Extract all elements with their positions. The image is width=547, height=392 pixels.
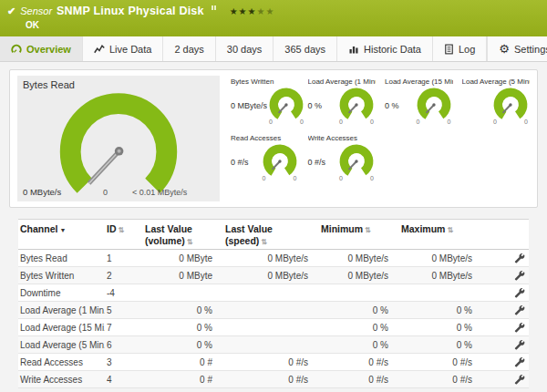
small-gauge-dial: 0 0: [337, 87, 376, 125]
cell-maximum: 0 %: [399, 305, 483, 315]
small-gauges-grid: Bytes Written 0 MByte/s 0 0 Load Average…: [231, 76, 530, 201]
channel-settings-icon[interactable]: [514, 322, 525, 333]
sort-icon: ⇅: [365, 226, 371, 234]
cell-maximum: 0 #/s: [399, 357, 483, 367]
small-gauge-dial: 0 0: [261, 143, 299, 181]
column-header-last-value-volume[interactable]: Last Value (volume)⇅: [143, 223, 223, 247]
cell-minimum: 0 #/s: [319, 375, 399, 385]
document-icon: [444, 44, 454, 55]
small-gauge-min: 0: [269, 119, 273, 125]
column-header-last-value-speed[interactable]: Last Value (speed)⇅: [223, 223, 319, 247]
tab-log[interactable]: Log: [433, 36, 487, 61]
channel-name: Load Average (1 Min...: [18, 305, 105, 315]
bar-chart-icon: [348, 44, 359, 55]
gear-icon: ⚙: [499, 43, 510, 55]
channel-name: Write Accesses: [18, 375, 105, 385]
small-gauge-title: Write Accesses: [308, 134, 377, 142]
priority-stars[interactable]: ★★★★★: [230, 6, 275, 16]
channel-name: Downtime: [18, 288, 105, 298]
sensor-header: ✔ Sensor SNMP Linux Physical Disk ★★★★★ …: [0, 0, 547, 36]
stars-filled: ★★★: [230, 6, 257, 16]
small-gauge-title: Load Average (15 Minutes): [385, 77, 453, 86]
main-gauge-dial: [53, 90, 184, 198]
small-gauge-min: 0: [263, 175, 266, 181]
main-gauge-value: 0 MByte/s: [23, 187, 61, 197]
channel-settings-icon[interactable]: [514, 304, 525, 315]
cell-minimum: 0 MByte/s: [319, 271, 399, 281]
channel-table-header: Channel▼ ID⇅ Last Value (volume)⇅ Last V…: [18, 219, 529, 250]
table-row: Load Average (1 Min... 5 0 % 0 % 0 %: [18, 302, 529, 319]
cell-maximum: 0 %: [399, 323, 483, 333]
main-gauge-bytes-read[interactable]: Bytes Read 0 MByte/s 0 < 0.01 MByte/s: [17, 76, 220, 201]
gauges-panel: Bytes Read 0 MByte/s 0 < 0.01 MByte/s By…: [9, 69, 538, 208]
tab-30-days[interactable]: 30 days: [216, 36, 274, 61]
tab-historic-data[interactable]: Historic Data: [337, 36, 433, 61]
channel-id: 4: [105, 375, 143, 385]
cell-last-volume: 0 %: [143, 323, 223, 333]
tab-label: Live Data: [109, 44, 151, 55]
channel-table: Channel▼ ID⇅ Last Value (volume)⇅ Last V…: [18, 219, 529, 388]
cell-minimum: 0 %: [319, 340, 399, 350]
small-gauge-bytes-written[interactable]: Bytes Written 0 MByte/s 0 0: [231, 77, 299, 125]
sensor-state-icon[interactable]: [212, 5, 216, 10]
tab-label: Overview: [26, 44, 71, 55]
channel-settings-icon[interactable]: [514, 253, 525, 263]
small-gauge-title: Load Average (5 Minutes): [462, 77, 531, 86]
small-gauge-value: 0 #/s: [231, 158, 249, 167]
channel-settings-icon[interactable]: [514, 287, 525, 298]
small-gauge-value: 0 %: [385, 101, 399, 110]
table-row: Write Accesses 4 0 # 0 #/s 0 #/s 0 #/s: [18, 371, 529, 388]
table-row: Bytes Read 1 0 MByte 0 MByte/s 0 MByte/s…: [18, 250, 529, 267]
channel-settings-icon[interactable]: [514, 374, 525, 385]
sort-desc-icon: ▼: [59, 227, 66, 233]
tab-label: 30 days: [227, 44, 263, 55]
sensor-tab-bar: Overview Live Data 2 days 30 days 365 da…: [0, 36, 547, 62]
column-header-id[interactable]: ID⇅: [105, 223, 143, 235]
channel-name: Load Average (5 Min...: [18, 340, 105, 350]
small-gauge-min: 0: [339, 175, 343, 181]
tab-365-days[interactable]: 365 days: [274, 36, 337, 61]
tab-overview[interactable]: Overview: [0, 36, 83, 61]
tab-label: Historic Data: [364, 44, 421, 55]
cell-maximum: 0 MByte/s: [399, 271, 483, 281]
small-gauge-title: Bytes Written: [231, 77, 299, 86]
tab-2-days[interactable]: 2 days: [163, 36, 215, 61]
cell-maximum: 0 #/s: [399, 375, 483, 385]
channel-settings-icon[interactable]: [514, 356, 525, 367]
cell-last-volume: 0 #: [143, 375, 223, 385]
cell-minimum: 0 #/s: [319, 357, 399, 367]
channel-name: Bytes Written: [18, 271, 105, 281]
sort-icon: ⇅: [447, 226, 453, 234]
small-gauge-title: Read Accesses: [231, 134, 299, 142]
gauge-icon: [11, 44, 22, 55]
column-header-channel[interactable]: Channel▼: [18, 223, 105, 235]
sensor-title: SNMP Linux Physical Disk: [57, 5, 204, 17]
channel-settings-icon[interactable]: [514, 270, 525, 281]
small-gauge-read-accesses[interactable]: Read Accesses 0 #/s 0 0: [231, 134, 299, 181]
main-gauge-title: Bytes Read: [23, 79, 214, 90]
small-gauge-max: 0: [370, 175, 374, 181]
small-gauge-max: 0: [370, 119, 374, 125]
tab-settings[interactable]: ⚙ Settings: [487, 36, 547, 61]
channel-name: Read Accesses: [18, 357, 105, 367]
tab-label: 365 days: [284, 44, 325, 55]
tab-live-data[interactable]: Live Data: [83, 36, 163, 61]
column-header-minimum[interactable]: Minimum⇅: [319, 223, 399, 235]
channel-name: Load Average (15 Mi...: [18, 323, 105, 333]
small-gauge-load-average-15-minutes[interactable]: Load Average (15 Minutes) 0 % 0 0: [385, 77, 453, 125]
small-gauge-dial: 0 0: [491, 87, 530, 125]
main-gauge-max: < 0.01 MByte/s: [132, 188, 187, 197]
small-gauge-min: 0: [339, 119, 343, 125]
column-header-maximum[interactable]: Maximum⇅: [399, 223, 483, 235]
small-gauge-min: 0: [493, 119, 497, 125]
small-gauge-load-average-1-minute[interactable]: Load Average (1 Minute) 0 % 0 0: [308, 77, 377, 125]
small-gauge-load-average-5-minutes[interactable]: Load Average (5 Minutes) 0 0: [462, 77, 531, 125]
small-gauge-dial: 0 0: [415, 87, 453, 125]
small-gauge-write-accesses[interactable]: Write Accesses 0 #/s 0 0: [308, 134, 377, 181]
line-chart-icon: [94, 44, 105, 55]
table-row: Load Average (15 Mi... 7 0 % 0 % 0 %: [18, 319, 529, 336]
main-gauge-min: 0: [103, 188, 108, 197]
small-gauge-value: 0 MByte/s: [231, 101, 267, 110]
channel-settings-icon[interactable]: [514, 339, 525, 350]
cell-last-speed: 0 MByte/s: [223, 271, 319, 281]
